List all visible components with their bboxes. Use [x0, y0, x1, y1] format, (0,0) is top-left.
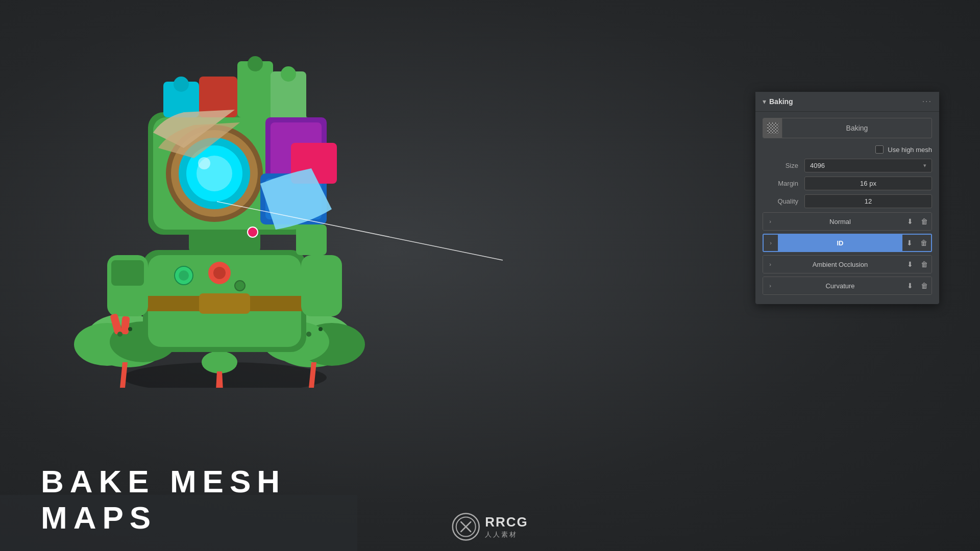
- panel-header-left: ▾ Baking: [763, 97, 793, 106]
- watermark-logo-icon: [452, 513, 480, 541]
- panel-title: Baking: [769, 97, 793, 106]
- normal-label: Normal: [777, 218, 903, 226]
- panel-collapse-icon[interactable]: ▾: [763, 97, 766, 106]
- svg-point-35: [235, 281, 245, 291]
- svg-point-49: [117, 332, 122, 337]
- id-delete-button[interactable]: 🗑: [917, 234, 931, 252]
- size-dropdown[interactable]: 4096 ▾: [804, 159, 932, 172]
- size-dropdown-arrow: ▾: [923, 162, 926, 169]
- quality-value[interactable]: 12: [804, 194, 932, 208]
- id-label: ID: [778, 235, 902, 251]
- ao-delete-button[interactable]: 🗑: [917, 255, 932, 273]
- svg-point-40: [248, 56, 263, 71]
- panel-header: ▾ Baking ···: [755, 92, 939, 112]
- baking-button-row[interactable]: Baking: [763, 118, 932, 138]
- watermark-subtitle: 人人素材: [485, 530, 528, 539]
- ao-label: Ambient Occlusion: [777, 261, 903, 268]
- normal-expand-icon[interactable]: ›: [763, 213, 777, 230]
- svg-point-50: [128, 327, 132, 331]
- svg-rect-16: [199, 293, 250, 314]
- use-high-mesh-label: Use high mesh: [888, 146, 932, 154]
- normal-download-button[interactable]: ⬇: [903, 212, 917, 231]
- normal-actions: ⬇ 🗑: [903, 212, 932, 231]
- id-download-button[interactable]: ⬇: [902, 234, 917, 252]
- ao-expand-icon[interactable]: ›: [763, 256, 777, 273]
- id-actions: ⬇ 🗑: [902, 234, 931, 252]
- ao-download-button[interactable]: ⬇: [903, 255, 917, 273]
- watermark-name: RRCG: [485, 514, 528, 530]
- map-row-curvature: › Curvature ⬇ 🗑: [763, 277, 932, 295]
- svg-rect-22: [301, 255, 342, 316]
- baking-button-label: Baking: [782, 124, 932, 132]
- margin-value[interactable]: 16 px: [804, 177, 932, 190]
- svg-point-37: [174, 77, 189, 92]
- curvature-actions: ⬇ 🗑: [903, 277, 932, 295]
- baking-checker-icon: [767, 122, 778, 134]
- map-row-ambient-occlusion: › Ambient Occlusion ⬇ 🗑: [763, 255, 932, 273]
- svg-point-51: [306, 332, 311, 337]
- model-area: [41, 31, 398, 388]
- watermark: RRCG 人人素材: [452, 513, 528, 541]
- viewport: BAKE MESH MAPS ▾ Baking ··· Baking: [0, 0, 980, 551]
- svg-point-34: [198, 157, 210, 169]
- quality-row: Quality 12: [763, 194, 932, 208]
- svg-point-52: [318, 327, 323, 331]
- svg-point-42: [281, 66, 296, 82]
- watermark-text: RRCG 人人素材: [485, 514, 528, 539]
- use-high-mesh-checkbox[interactable]: [875, 145, 884, 154]
- normal-delete-button[interactable]: 🗑: [917, 212, 932, 231]
- quality-label: Quality: [763, 197, 798, 205]
- svg-point-11: [202, 351, 237, 373]
- size-value: 4096: [810, 162, 825, 169]
- map-row-id: › ID ⬇ 🗑: [763, 234, 932, 252]
- curvature-download-button[interactable]: ⬇: [903, 277, 917, 295]
- bottom-text-overlay: BAKE MESH MAPS: [0, 495, 357, 551]
- svg-point-53: [248, 227, 258, 237]
- curvature-delete-button[interactable]: 🗑: [917, 277, 932, 295]
- use-high-mesh-row: Use high mesh: [763, 145, 932, 154]
- svg-point-18: [179, 270, 189, 281]
- id-expand-icon[interactable]: ›: [764, 235, 778, 251]
- margin-row: Margin 16 px: [763, 177, 932, 190]
- curvature-label: Curvature: [777, 282, 903, 290]
- bake-title: BAKE MESH MAPS: [41, 463, 357, 536]
- panel-menu-icon[interactable]: ···: [922, 97, 932, 106]
- baking-icon: [763, 118, 782, 138]
- svg-rect-48: [296, 224, 327, 255]
- map-row-normal: › Normal ⬇ 🗑: [763, 212, 932, 231]
- panel-body: Baking Use high mesh Size 4096 ▾ Margin …: [755, 112, 939, 304]
- margin-label: Margin: [763, 180, 798, 187]
- ao-actions: ⬇ 🗑: [903, 255, 932, 273]
- size-label: Size: [763, 162, 798, 169]
- map-section: › Normal ⬇ 🗑 › ID ⬇ 🗑: [763, 212, 932, 295]
- svg-point-20: [213, 267, 226, 279]
- svg-rect-23: [111, 260, 144, 286]
- svg-rect-25: [120, 316, 130, 334]
- curvature-expand-icon[interactable]: ›: [763, 277, 777, 294]
- size-row: Size 4096 ▾: [763, 159, 932, 172]
- baking-panel: ▾ Baking ··· Baking Use high mesh Size: [755, 92, 939, 304]
